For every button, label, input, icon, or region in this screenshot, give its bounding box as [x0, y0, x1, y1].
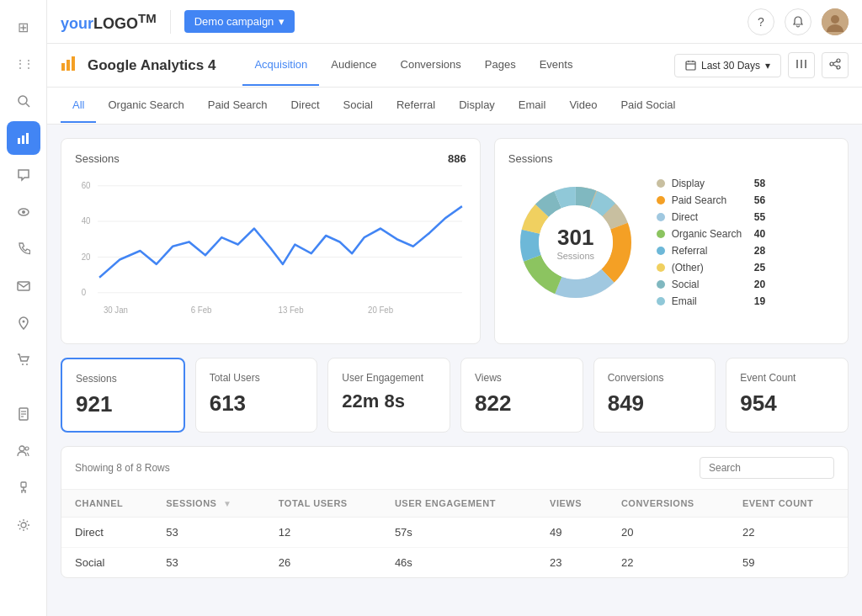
sidebar-icon-plug[interactable]: [7, 471, 40, 505]
metric-views-label: Views: [475, 372, 569, 384]
sidebar: ⊞ ⋮⋮: [0, 0, 47, 616]
tab-acquisition[interactable]: Acquisition: [242, 45, 319, 86]
sidebar-icon-analytics[interactable]: [7, 121, 40, 155]
svg-rect-4: [26, 133, 29, 144]
notifications-button[interactable]: [785, 8, 811, 35]
sidebar-icon-cart[interactable]: [7, 343, 40, 377]
legend-value-paid-search: 56: [748, 194, 765, 206]
channel-tab-social[interactable]: Social: [332, 88, 385, 123]
channel-tab-direct[interactable]: Direct: [279, 88, 332, 123]
logo-your: your: [61, 15, 93, 32]
cell-total-users: 12: [265, 518, 381, 548]
sidebar-icon-apps[interactable]: ⋮⋮: [7, 47, 40, 81]
topbar: yourLOGOTM Demo campaign ▾ ?: [47, 0, 862, 44]
metric-event-count[interactable]: Event Count 954: [726, 358, 849, 433]
legend-label-other: (Other): [672, 262, 742, 273]
sidebar-icon-grid[interactable]: ⊞: [7, 10, 40, 44]
topbar-right: ?: [748, 8, 849, 35]
legend-label-organic: Organic Search: [672, 228, 742, 240]
sidebar-icon-location[interactable]: [7, 306, 40, 340]
channel-tab-email[interactable]: Email: [507, 88, 558, 123]
channel-tab-paid-search[interactable]: Paid Search: [196, 88, 279, 123]
metric-sessions-value: 921: [76, 391, 170, 417]
channel-tab-all[interactable]: All: [61, 88, 96, 123]
legend-dot-email: [657, 297, 665, 305]
sidebar-icon-phone[interactable]: [7, 232, 40, 266]
svg-text:30 Jan: 30 Jan: [104, 305, 128, 315]
channel-tab-video[interactable]: Video: [557, 88, 609, 123]
metric-user-engagement[interactable]: User Engagement 22m 8s: [327, 358, 450, 433]
avatar[interactable]: [822, 8, 849, 35]
legend-value-other: 25: [748, 262, 765, 273]
table-search-input[interactable]: [700, 457, 834, 479]
svg-rect-17: [21, 482, 26, 487]
date-range-button[interactable]: Last 30 Days ▾: [674, 54, 781, 77]
legend-value-referral: 28: [748, 245, 765, 257]
metric-event-value: 954: [740, 390, 834, 417]
legend-item-display: Display 58: [657, 178, 765, 189]
col-user-engagement: USER ENGAGEMENT: [381, 490, 536, 518]
cell-sessions: 53: [152, 518, 265, 548]
tab-conversions[interactable]: Conversions: [389, 45, 473, 86]
channel-tab-referral[interactable]: Referral: [385, 88, 447, 123]
sidebar-icon-users[interactable]: [7, 434, 40, 468]
svg-point-8: [22, 321, 24, 323]
table-row: Direct 53 12 57s 49 20 22: [61, 518, 848, 548]
legend-dot-social: [657, 280, 665, 289]
metric-engagement-value: 22m 8s: [342, 390, 436, 412]
main-content: yourLOGOTM Demo campaign ▾ ? Google Anal…: [47, 0, 862, 616]
metric-sessions[interactable]: Sessions 921: [61, 358, 185, 433]
svg-point-34: [837, 59, 840, 62]
col-sessions[interactable]: SESSIONS ▼: [152, 490, 265, 518]
donut-area: 301 Sessions Display 58 Paid Search: [508, 175, 834, 310]
tab-events[interactable]: Events: [528, 45, 585, 86]
legend-item-referral: Referral 28: [657, 245, 765, 257]
metric-conversions[interactable]: Conversions 849: [593, 358, 716, 433]
sidebar-icon-doc[interactable]: [7, 397, 40, 431]
metrics-row: Sessions 921 Total Users 613 User Engage…: [61, 358, 849, 433]
metric-views[interactable]: Views 822: [460, 358, 583, 433]
tab-pages[interactable]: Pages: [473, 45, 528, 86]
cell-channel: Social: [61, 548, 152, 578]
svg-rect-27: [686, 61, 695, 70]
cell-conversions: 22: [608, 548, 729, 578]
topbar-divider: [170, 10, 171, 34]
legend-label-referral: Referral: [672, 245, 742, 257]
sidebar-icon-gear[interactable]: [7, 508, 40, 542]
channel-tab-paid-social[interactable]: Paid Social: [609, 88, 687, 123]
legend-value-display: 58: [748, 178, 765, 189]
svg-point-23: [831, 15, 839, 24]
cell-channel: Direct: [61, 518, 152, 548]
channel-tab-organic[interactable]: Organic Search: [96, 88, 195, 123]
channel-tab-display[interactable]: Display: [447, 88, 507, 123]
sessions-line-chart: Sessions 886 60 40 20 0: [61, 138, 481, 344]
sidebar-icon-chat[interactable]: [7, 158, 40, 192]
svg-point-6: [22, 210, 25, 214]
share-button[interactable]: [822, 52, 849, 78]
svg-rect-7: [18, 282, 29, 290]
donut-legend: Display 58 Paid Search 56 Direct 55: [657, 178, 765, 307]
sidebar-icon-mail[interactable]: [7, 269, 40, 303]
svg-rect-3: [22, 135, 24, 144]
demo-campaign-button[interactable]: Demo campaign ▾: [184, 10, 295, 33]
metric-users-label: Total Users: [210, 372, 304, 384]
help-button[interactable]: ?: [748, 8, 774, 35]
line-chart-header: Sessions 886: [75, 152, 466, 168]
tab-audience[interactable]: Audience: [319, 45, 388, 86]
cell-event-count: 22: [729, 518, 848, 548]
cell-views: 49: [536, 518, 608, 548]
charts-row: Sessions 886 60 40 20 0: [61, 138, 849, 344]
cell-views: 23: [536, 548, 608, 578]
svg-text:6 Feb: 6 Feb: [191, 305, 212, 315]
svg-rect-26: [72, 56, 75, 71]
sort-icon: ▼: [223, 499, 231, 508]
demo-btn-label: Demo campaign: [194, 15, 274, 28]
metric-total-users[interactable]: Total Users 613: [195, 358, 318, 433]
cell-conversions: 20: [608, 518, 729, 548]
svg-point-35: [830, 62, 833, 66]
sidebar-icon-eye[interactable]: [7, 195, 40, 229]
sidebar-icon-search[interactable]: [7, 84, 40, 118]
columns-button[interactable]: [788, 52, 815, 78]
col-total-users: TOTAL USERS: [265, 490, 381, 518]
data-table-section: Showing 8 of 8 Rows CHANNEL SESSIONS ▼ T…: [61, 446, 849, 578]
